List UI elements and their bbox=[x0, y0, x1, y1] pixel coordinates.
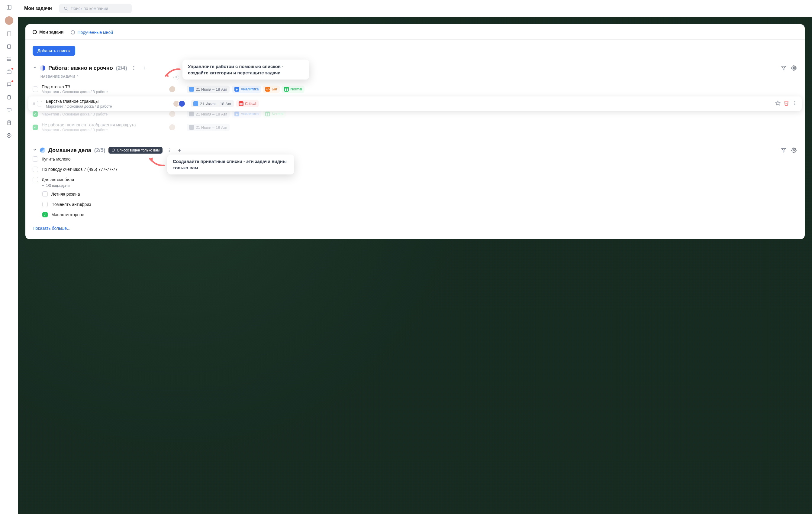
sticker-critical[interactable]: ▮▮Critical bbox=[236, 100, 259, 107]
receipt-icon[interactable] bbox=[5, 119, 13, 126]
task-checkbox[interactable] bbox=[33, 156, 38, 162]
svg-rect-12 bbox=[7, 71, 11, 74]
task-checkbox[interactable]: ✓ bbox=[33, 111, 38, 117]
task-checkbox[interactable]: ✓ bbox=[42, 212, 48, 217]
svg-point-11 bbox=[7, 60, 7, 61]
sticker-analytics[interactable]: ◈Аналитика bbox=[232, 86, 261, 93]
clipboard-icon[interactable] bbox=[5, 94, 13, 101]
svg-point-38 bbox=[169, 150, 170, 151]
badge-icon[interactable] bbox=[5, 43, 13, 50]
svg-point-9 bbox=[7, 58, 7, 58]
search-placeholder: Поиск по компании bbox=[71, 6, 108, 11]
settings-icon[interactable] bbox=[5, 132, 13, 139]
calendar-icon bbox=[189, 125, 194, 130]
list-icon[interactable] bbox=[5, 56, 13, 63]
svg-point-27 bbox=[133, 69, 134, 70]
subtask-title: Масло моторное bbox=[51, 212, 84, 217]
task-title: По поводу счетчиков 7 (495) 777-77-77 bbox=[42, 167, 117, 172]
task-checkbox[interactable] bbox=[33, 167, 38, 172]
board: Мои задачи Порученные мной Добавить спис… bbox=[25, 24, 805, 239]
company-icon[interactable] bbox=[5, 30, 13, 37]
task-meta: Маркетинг / Основная доска / В работе bbox=[42, 128, 169, 132]
task-title: Для автомобиля bbox=[42, 177, 74, 182]
svg-marker-42 bbox=[782, 148, 786, 153]
task-row[interactable]: ✓ Не работает компонент отображения марш… bbox=[33, 120, 798, 135]
sticker-bug[interactable]: </>Баг bbox=[263, 86, 280, 93]
briefcase-icon[interactable] bbox=[5, 68, 13, 76]
drag-handle-icon[interactable]: ⠿ bbox=[33, 102, 37, 106]
task-checkbox[interactable] bbox=[42, 202, 48, 207]
svg-point-23 bbox=[64, 7, 67, 9]
assignee-avatar[interactable] bbox=[169, 110, 176, 117]
sort-icon[interactable] bbox=[76, 75, 79, 78]
add-list-button[interactable]: Добавить список bbox=[33, 46, 75, 56]
tab-label: Мои задачи bbox=[39, 30, 63, 34]
svg-point-21 bbox=[8, 135, 10, 136]
collapse-sidebar-icon[interactable] bbox=[5, 4, 13, 11]
list-count: (2/5) bbox=[94, 147, 106, 154]
task-checkbox[interactable] bbox=[33, 86, 38, 92]
columns-header: Название задачи Дедлайн Остальные стикер… bbox=[33, 72, 798, 82]
svg-point-22 bbox=[7, 133, 11, 138]
chevron-down-icon[interactable] bbox=[33, 147, 37, 153]
add-task-icon[interactable] bbox=[141, 64, 148, 72]
list-title: Домашние дела bbox=[48, 147, 91, 154]
task-checkbox[interactable] bbox=[42, 191, 48, 197]
sticker-normal[interactable]: ▮▮Normal bbox=[263, 110, 286, 117]
search-input[interactable]: Поиск по компании bbox=[59, 4, 132, 13]
svg-point-26 bbox=[133, 68, 134, 69]
subtask-row[interactable]: Поменять антифриз bbox=[42, 199, 91, 210]
svg-point-31 bbox=[793, 67, 795, 69]
deadline-pill[interactable]: 21 Июля – 18 Авг bbox=[191, 100, 234, 107]
list-color-icon bbox=[40, 147, 45, 153]
deadline-pill[interactable]: 21 Июля – 18 Авг bbox=[187, 110, 230, 117]
sticker-normal[interactable]: ▮▮Normal bbox=[282, 86, 304, 93]
tab-my-tasks[interactable]: Мои задачи bbox=[33, 30, 63, 39]
task-row[interactable]: ⠿ Верстка главное страницы Маркетинг / О… bbox=[28, 97, 802, 111]
tab-assigned[interactable]: Порученные мной bbox=[71, 30, 113, 39]
tabs: Мои задачи Порученные мной bbox=[25, 24, 805, 39]
subtask-toggle[interactable]: 1/3 подзадачи bbox=[42, 184, 69, 188]
star-icon[interactable] bbox=[775, 100, 781, 107]
user-avatar-icon[interactable] bbox=[5, 16, 13, 25]
subtask-row[interactable]: Летняя резина bbox=[42, 189, 91, 199]
assignee-avatar[interactable] bbox=[169, 86, 176, 93]
svg-point-39 bbox=[169, 151, 170, 152]
calendar-icon bbox=[193, 101, 198, 106]
svg-rect-15 bbox=[7, 108, 11, 111]
chat-icon[interactable] bbox=[5, 81, 13, 88]
task-checkbox[interactable]: ✓ bbox=[33, 125, 38, 130]
delete-icon[interactable] bbox=[784, 100, 789, 107]
show-more-link[interactable]: Показать больше... bbox=[33, 226, 798, 231]
task-title: Не работает компонент отображения маршру… bbox=[42, 123, 169, 127]
radio-icon bbox=[33, 30, 37, 34]
gear-icon[interactable] bbox=[790, 147, 798, 154]
sticker-analytics[interactable]: ◈Аналитика bbox=[232, 110, 261, 117]
search-icon bbox=[63, 6, 68, 11]
more-icon[interactable] bbox=[166, 147, 173, 154]
svg-marker-33 bbox=[776, 101, 780, 105]
svg-point-34 bbox=[794, 101, 795, 102]
subtask-row[interactable]: ✓ Масло моторное bbox=[42, 210, 91, 220]
shield-icon bbox=[112, 148, 115, 152]
add-task-icon[interactable] bbox=[176, 147, 183, 154]
arrow-icon bbox=[147, 156, 166, 168]
deadline-pill[interactable]: 21 Июля – 18 Авг bbox=[187, 124, 230, 131]
list-title: Работа: важно и срочно bbox=[48, 65, 113, 71]
task-checkbox[interactable] bbox=[33, 177, 38, 182]
gear-icon[interactable] bbox=[790, 64, 798, 72]
assignee-avatar[interactable] bbox=[178, 100, 185, 107]
filter-icon[interactable] bbox=[780, 147, 787, 154]
chevron-down-icon[interactable] bbox=[33, 65, 37, 71]
private-badge: Список виден только вам bbox=[109, 147, 163, 154]
monitor-icon[interactable] bbox=[5, 106, 13, 114]
task-row[interactable]: Для автомобиля 1/3 подзадачи Летняя рези… bbox=[33, 174, 798, 222]
list-color-icon bbox=[40, 65, 45, 71]
assignee-avatar[interactable] bbox=[169, 124, 176, 131]
task-row[interactable]: Подготовка ТЗ Маркетинг / Основная доска… bbox=[33, 82, 798, 97]
deadline-pill[interactable]: 21 Июля – 18 Авг bbox=[187, 86, 230, 93]
more-icon[interactable] bbox=[130, 64, 138, 72]
task-checkbox[interactable] bbox=[37, 101, 42, 106]
more-icon[interactable] bbox=[792, 100, 798, 107]
filter-icon[interactable] bbox=[780, 64, 787, 72]
